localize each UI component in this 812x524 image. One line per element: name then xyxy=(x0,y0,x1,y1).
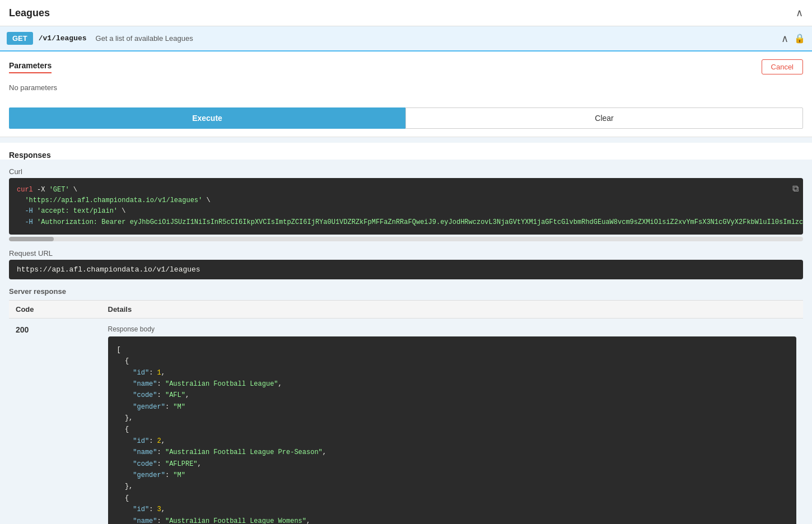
response-body-code: [ { "id": 1, "name": "Australian Footbal… xyxy=(108,336,797,524)
response-table: Code Details 200 Response body [ { "id":… xyxy=(9,300,803,524)
curl-header1-flag: -H xyxy=(25,207,32,215)
lock-icon[interactable]: 🔒 xyxy=(794,33,805,44)
parameters-section: Parameters Cancel No parameters Execute … xyxy=(0,52,812,137)
server-response-section: Server response Code Details 200 Respons… xyxy=(0,287,812,524)
server-response-label: Server response xyxy=(9,287,803,296)
code-header: Code xyxy=(9,300,101,318)
page-title: Leagues xyxy=(9,7,50,19)
curl-method: 'GET' xyxy=(49,186,69,194)
curl-code-block: curl -X 'GET' \ 'https://api.afl.champio… xyxy=(9,178,803,235)
cancel-button[interactable]: Cancel xyxy=(762,59,803,74)
response-body-label: Response body xyxy=(108,325,797,333)
responses-title: Responses xyxy=(9,151,803,160)
request-url-label: Request URL xyxy=(9,249,803,258)
responses-section: Responses xyxy=(0,143,812,160)
action-buttons: Execute Clear xyxy=(9,107,803,129)
curl-scrollbar xyxy=(9,237,803,241)
table-row: 200 Response body [ { "id": 1, "name": "… xyxy=(9,318,803,524)
get-badge: GET xyxy=(7,32,33,45)
curl-block: Curl curl -X 'GET' \ 'https://api.afl.ch… xyxy=(9,167,803,241)
api-path: /v1/leagues xyxy=(39,34,87,43)
execute-button[interactable]: Execute xyxy=(9,107,405,129)
curl-header2-flag: -H xyxy=(25,218,32,226)
request-url-section: Request URL https://api.afl.championdata… xyxy=(9,249,803,279)
get-bar-chevron-icon[interactable]: ∧ xyxy=(781,32,788,45)
response-code: 200 xyxy=(16,325,29,334)
curl-url: 'https://api.afl.championdata.io/v1/leag… xyxy=(25,196,202,204)
curl-header2-val: 'Authorization: Bearer eyJhbGciOiJSUzI1N… xyxy=(37,218,803,226)
curl-label: Curl xyxy=(9,167,803,176)
collapse-icon[interactable]: ∧ xyxy=(796,7,803,19)
curl-header1-val: 'accept: text/plain' xyxy=(37,207,118,215)
details-header: Details xyxy=(101,300,804,318)
request-url-box: https://api.afl.championdata.io/v1/leagu… xyxy=(9,260,803,279)
params-header: Parameters Cancel xyxy=(9,59,803,74)
section-header: Leagues ∧ xyxy=(0,0,812,26)
curl-flag: -X xyxy=(37,186,45,194)
curl-keyword: curl xyxy=(17,186,33,194)
curl-scrollbar-thumb xyxy=(9,237,54,241)
parameters-title: Parameters xyxy=(9,61,52,73)
clear-button[interactable]: Clear xyxy=(405,107,803,129)
get-bar: GET /v1/leagues Get a list of available … xyxy=(0,26,812,52)
copy-curl-icon[interactable]: ⧉ xyxy=(792,183,799,197)
api-description: Get a list of available Leagues xyxy=(96,34,193,43)
no-params-text: No parameters xyxy=(9,81,803,99)
